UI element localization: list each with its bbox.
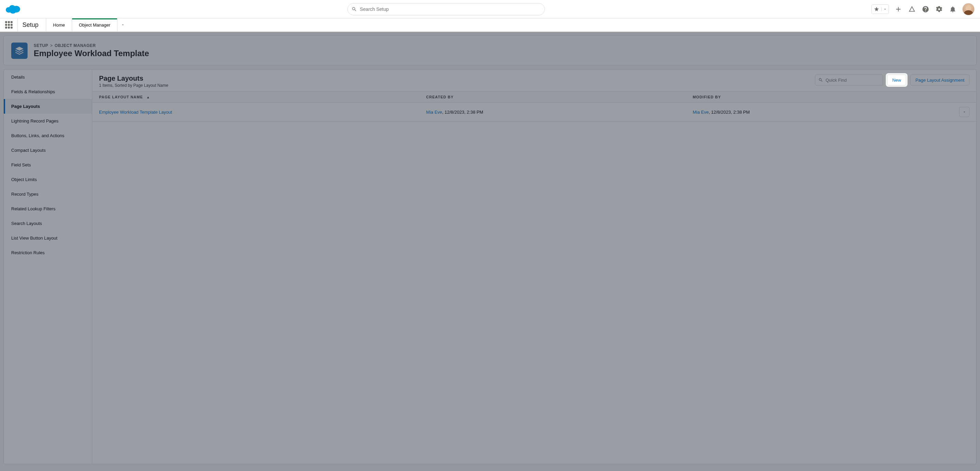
content-header: Page Layouts 1 Items, Sorted by Page Lay… [92, 70, 976, 91]
quick-find [815, 75, 883, 86]
breadcrumb-setup[interactable]: SETUP [34, 43, 48, 48]
context-nav-bar: Setup Home Object Manager [0, 18, 980, 32]
help-button[interactable] [921, 5, 930, 13]
global-header [0, 0, 980, 18]
waffle-icon [5, 21, 13, 29]
chevron-down-icon [883, 7, 887, 11]
col-page-layout-name[interactable]: PAGE LAYOUT NAME ▲ [92, 92, 419, 103]
breadcrumb: SETUP > OBJECT MANAGER [34, 43, 149, 48]
sidebar-item-restriction-rules[interactable]: Restriction Rules [4, 245, 92, 260]
col-actions [953, 92, 976, 103]
global-search-input[interactable] [347, 3, 545, 15]
page-layout-assignment-button[interactable]: Page Layout Assignment [910, 75, 969, 86]
sidebar-item-field-sets[interactable]: Field Sets [4, 158, 92, 172]
favorites-group [872, 5, 889, 14]
salesforce-help-button[interactable] [908, 5, 916, 13]
nav-object-manager[interactable]: Object Manager [72, 18, 118, 31]
nav-home[interactable]: Home [46, 18, 72, 31]
star-icon [874, 6, 879, 12]
sort-ascending-icon: ▲ [146, 95, 150, 99]
question-icon [922, 5, 929, 13]
sidebar-item-search-layouts[interactable]: Search Layouts [4, 216, 92, 231]
page-header-card: SETUP > OBJECT MANAGER Employee Workload… [3, 35, 977, 65]
page-layouts-table: PAGE LAYOUT NAME ▲ CREATED BY MODIFIED B… [92, 91, 976, 121]
row-actions-dropdown[interactable] [959, 107, 969, 117]
global-search [347, 3, 545, 15]
object-icon [11, 43, 27, 59]
chevron-down-icon [962, 110, 966, 114]
page-title: Employee Workload Template [34, 49, 149, 58]
sidebar-item-page-layouts[interactable]: Page Layouts [4, 99, 92, 114]
col-created-by[interactable]: CREATED BY [419, 92, 686, 103]
layers-icon [14, 46, 24, 56]
plus-icon [894, 5, 902, 13]
app-launcher-button[interactable] [0, 18, 18, 31]
chevron-down-icon [121, 23, 125, 27]
modified-by-when: , 12/8/2023, 2:38 PM [709, 110, 750, 115]
sidebar-item-compact-layouts[interactable]: Compact Layouts [4, 143, 92, 158]
global-actions-button[interactable] [894, 5, 902, 13]
search-icon [352, 6, 357, 12]
gear-icon [935, 5, 943, 13]
sidebar-item-lightning-record-pages[interactable]: Lightning Record Pages [4, 114, 92, 128]
main-stage: SETUP > OBJECT MANAGER Employee Workload… [0, 32, 980, 471]
sidebar-item-buttons-links-actions[interactable]: Buttons, Links, and Actions [4, 128, 92, 143]
table-row: Employee Workload Template Layout Mia Ev… [92, 103, 976, 121]
page-header-text: SETUP > OBJECT MANAGER Employee Workload… [34, 43, 149, 58]
col-modified-by[interactable]: MODIFIED BY [686, 92, 953, 103]
main-card: Details Fields & Relationships Page Layo… [3, 69, 977, 464]
sidebar-item-record-types[interactable]: Record Types [4, 187, 92, 202]
salesforce-logo[interactable] [5, 5, 21, 14]
sidebar-item-details[interactable]: Details [4, 70, 92, 84]
content-subtitle: 1 Items, Sorted by Page Layout Name [99, 83, 168, 88]
quick-find-input[interactable] [815, 75, 883, 86]
search-icon [818, 78, 823, 82]
created-by-user-link[interactable]: Mia Eve [426, 110, 442, 115]
sidebar-item-fields[interactable]: Fields & Relationships [4, 84, 92, 99]
trailhead-icon [908, 5, 916, 13]
breadcrumb-sep: > [50, 43, 53, 48]
context-app-title: Setup [18, 18, 46, 31]
new-button[interactable]: New [887, 75, 906, 86]
notifications-button[interactable] [949, 5, 957, 13]
sidebar-item-list-view-button-layout[interactable]: List View Button Layout [4, 231, 92, 245]
nav-overflow-dropdown[interactable] [118, 18, 128, 31]
sidebar-item-related-lookup-filters[interactable]: Related Lookup Filters [4, 202, 92, 216]
favorites-star-button[interactable] [872, 6, 881, 12]
layout-name-link[interactable]: Employee Workload Template Layout [99, 110, 172, 115]
sidebar-item-object-limits[interactable]: Object Limits [4, 172, 92, 187]
col-page-layout-name-label: PAGE LAYOUT NAME [99, 95, 143, 99]
content-title: Page Layouts [99, 75, 168, 82]
header-utility-icons [872, 3, 975, 15]
object-side-nav: Details Fields & Relationships Page Layo… [4, 70, 92, 464]
svg-point-3 [10, 9, 16, 14]
table-header-row: PAGE LAYOUT NAME ▲ CREATED BY MODIFIED B… [92, 92, 976, 103]
favorites-dropdown[interactable] [881, 7, 888, 11]
bell-icon [949, 5, 956, 13]
modified-by-user-link[interactable]: Mia Eve [693, 110, 709, 115]
user-avatar[interactable] [962, 3, 975, 15]
setup-gear-button[interactable] [935, 5, 943, 13]
content-pane: Page Layouts 1 Items, Sorted by Page Lay… [92, 70, 976, 464]
breadcrumb-object-manager[interactable]: OBJECT MANAGER [55, 43, 96, 48]
created-by-when: , 12/8/2023, 2:38 PM [442, 110, 483, 115]
